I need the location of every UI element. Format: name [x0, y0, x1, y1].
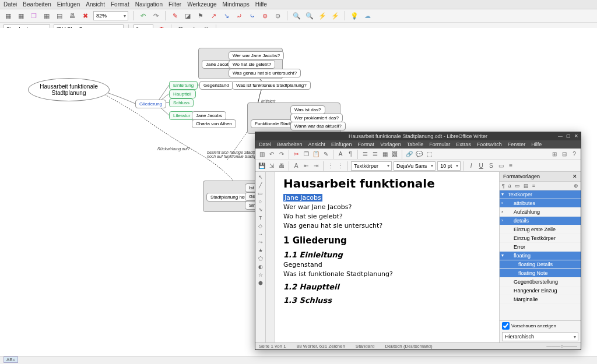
cut-icon[interactable]: ✂ [292, 150, 300, 158]
menu-item[interactable]: Einfügen [331, 142, 352, 147]
curve-icon[interactable]: ∿ [258, 207, 263, 213]
help-icon[interactable]: ? [570, 150, 578, 158]
fontsize-combo[interactable]: 10 pt [437, 161, 461, 171]
node-fq3[interactable]: Wann war das aktuell? [290, 122, 346, 130]
heading-2[interactable]: 1.2 Hauptteil [283, 282, 491, 291]
filter-icon[interactable]: ⚡ [331, 11, 340, 20]
paragraph[interactable]: Was ist funktionale Stadtplanung? [283, 270, 491, 278]
heading-1[interactable]: 1 Gliederung [283, 235, 491, 246]
char-icon[interactable]: A [336, 150, 345, 158]
node-hauptteil[interactable]: Hauptteil [169, 90, 196, 98]
menu-item[interactable]: Vorlagen [380, 142, 401, 147]
zoom-combo[interactable]: 82% [93, 11, 128, 20]
style-item[interactable]: Hängender Einzug [500, 287, 581, 295]
node-lit-1[interactable]: Jane Jacobs [192, 111, 226, 120]
document-page[interactable]: Hausarbeit funktionale Jane Jacobs Wer w… [275, 172, 499, 342]
menu-item[interactable]: Hilfe [255, 1, 267, 8]
node-fq2[interactable]: Wer proklamiert das? [290, 114, 343, 122]
menu-item[interactable]: Fenster [508, 142, 526, 147]
find-replace-icon[interactable]: 🔍 [305, 11, 314, 20]
find-icon[interactable]: 🔍 [292, 11, 301, 20]
table-icon[interactable]: ▦ [381, 150, 389, 158]
copy-icon[interactable]: ❐ [29, 11, 38, 20]
ellipse-icon[interactable]: ○ [259, 199, 262, 204]
menu-item[interactable]: Ansicht [86, 1, 105, 8]
list-icon[interactable]: ⋮ [336, 162, 345, 170]
node-wasist[interactable]: Was ist funktionale Stadtplanung? [232, 81, 311, 90]
zoom-icon[interactable]: ⊖ [273, 11, 282, 20]
arrow-icon[interactable]: ↘ [222, 11, 231, 20]
tab-paragraph[interactable]: ¶ [502, 183, 505, 189]
save-icon[interactable]: 💾 [258, 162, 266, 170]
undo-icon[interactable]: ↶ [138, 11, 148, 20]
field-icon[interactable]: ⬚ [425, 150, 433, 158]
redo-icon[interactable]: ↷ [278, 150, 286, 158]
new-style-icon[interactable]: ⊕ [574, 183, 578, 189]
align-icon[interactable]: ≡ [507, 162, 515, 170]
save-icon[interactable]: ▦ [16, 11, 26, 20]
node-lit-2[interactable]: Charta von Athen [192, 119, 236, 128]
list-icon[interactable]: ⋮ [326, 162, 335, 170]
paste-icon[interactable]: ▦ [42, 11, 51, 20]
close-icon[interactable]: ✕ [573, 174, 577, 179]
brush-icon[interactable]: ✎ [322, 150, 330, 158]
node-literatur[interactable]: Literatur [169, 111, 194, 120]
font-combo[interactable]: DejaVu Sans [394, 161, 436, 171]
para-style-combo[interactable]: Textkörper [351, 161, 392, 171]
status-page[interactable]: Seite 1 von 1 [259, 344, 286, 349]
menu-item[interactable]: Werkzeuge [187, 1, 216, 8]
paste-icon[interactable]: 📋 [312, 150, 320, 158]
export-icon[interactable]: ⇲ [268, 162, 276, 170]
style-item[interactable]: Einzug Textkörper [500, 234, 581, 243]
close-icon[interactable]: ✖ [80, 11, 90, 20]
indent-icon[interactable]: ⇤ [302, 162, 310, 170]
style-item[interactable]: floating Note [500, 269, 581, 278]
menu-item[interactable]: Formular [429, 142, 450, 147]
menu-item[interactable]: Hilfe [531, 142, 542, 147]
menu-item[interactable]: Ansicht [308, 142, 326, 147]
undo-icon[interactable]: ↶ [268, 150, 276, 158]
paragraph[interactable]: Gegenstand [283, 261, 491, 268]
heading-2[interactable]: 1.1 Einleitung [283, 250, 491, 259]
side-icon[interactable]: ▥ [258, 150, 266, 158]
idea-icon[interactable]: 💡 [350, 11, 359, 20]
nav-icon[interactable]: ⊟ [560, 150, 568, 158]
style-item[interactable]: ›attributes [500, 199, 581, 208]
paragraph[interactable]: Wo hat sie gelebt? [283, 213, 491, 220]
selected-text[interactable]: Jane Jacobs [283, 194, 322, 202]
menu-item[interactable]: Bearbeiten [23, 1, 51, 8]
menu-item[interactable]: Bearbeiten [277, 142, 303, 147]
shape-icon[interactable]: ◐ [258, 264, 263, 270]
pointer-icon[interactable]: ↖ [258, 174, 263, 180]
copy-icon[interactable]: ❐ [302, 150, 310, 158]
node-gegenstand[interactable]: Gegenstand [199, 81, 233, 90]
status-style[interactable]: Standard [356, 344, 374, 349]
arrow-icon[interactable]: → [258, 231, 263, 237]
italic-icon[interactable]: I [467, 162, 475, 170]
root-node[interactable]: Hausarbeit funktionale Stadtplanung [28, 78, 110, 101]
node-jj-q2[interactable]: Wo hat sie gelebt? [229, 60, 275, 69]
comment-icon[interactable]: 💬 [415, 150, 423, 158]
para-icon[interactable]: ¶ [346, 150, 354, 158]
shape-icon[interactable]: ⬠ [258, 256, 263, 261]
minimize-icon[interactable]: — [558, 133, 563, 139]
style-item[interactable]: ›details [500, 217, 581, 225]
status-words[interactable]: 88 Wörter, 631 Zeichen [297, 344, 345, 349]
paragraph[interactable]: Was genau hat sie untersucht? [283, 222, 491, 229]
flag-icon[interactable]: ⚑ [196, 11, 205, 20]
style-item[interactable]: Gegenüberstellung [500, 278, 581, 287]
filter-combo[interactable]: Hierarchisch [502, 332, 578, 341]
menu-item[interactable]: Navigation [135, 1, 163, 8]
tab-list[interactable]: ≡ [532, 183, 535, 189]
style-item[interactable]: Einzug erste Zeile [500, 225, 581, 234]
titlebar[interactable]: Hausarbeit funktionale Stadtplanung.odt … [255, 132, 581, 140]
callout-icon[interactable]: ◇ [258, 223, 262, 229]
strike-icon[interactable]: S [487, 162, 495, 170]
menu-item[interactable]: Mindmaps [223, 1, 250, 8]
link-icon[interactable]: ⤿ [247, 11, 257, 20]
link-icon[interactable]: ⤾ [234, 11, 244, 20]
link-icon[interactable]: 🔗 [405, 150, 413, 158]
node-jj-q3[interactable]: Was genau hat sie untersucht? [229, 69, 301, 77]
redo-icon[interactable]: ↷ [151, 11, 160, 20]
zoom-slider[interactable]: ———○——— [546, 344, 577, 349]
